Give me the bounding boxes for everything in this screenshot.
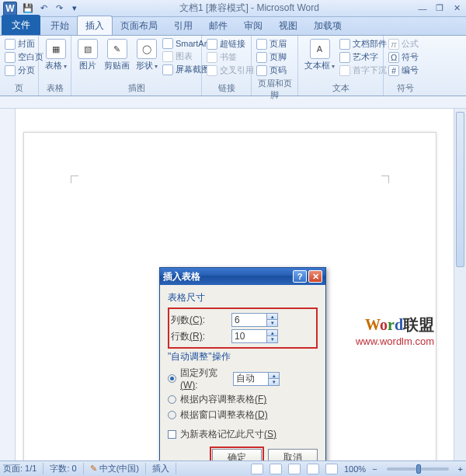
- dialog-title: 插入表格: [163, 270, 291, 283]
- word-app-icon: W: [3, 2, 17, 16]
- save-icon[interactable]: 💾: [21, 2, 35, 16]
- status-words[interactable]: 字数: 0: [50, 463, 83, 474]
- cols-value[interactable]: 6: [232, 314, 266, 325]
- picture-icon: ▧: [78, 39, 98, 59]
- tab-layout[interactable]: 页面布局: [112, 16, 166, 35]
- tab-mailings[interactable]: 邮件: [200, 16, 236, 35]
- group-text-title: 文本: [301, 82, 380, 96]
- rows-spinner[interactable]: 10 ▴▾: [231, 329, 278, 343]
- autofit-section-title: "自动调整"操作: [168, 350, 318, 363]
- radio-icon: [168, 411, 176, 419]
- fullscreen-view-button[interactable]: [270, 464, 282, 474]
- print-layout-view-button[interactable]: [251, 464, 263, 474]
- group-pages-title: 页: [3, 82, 35, 96]
- fixed-width-radio[interactable]: 固定列宽(W): 自动 ▴▾: [168, 367, 318, 391]
- vertical-ruler: [0, 109, 16, 460]
- tab-addins[interactable]: 加载项: [305, 16, 350, 35]
- dropcap-button[interactable]: 首字下沉: [338, 64, 388, 77]
- draft-view-button[interactable]: [325, 464, 338, 474]
- clipart-icon: ✎: [107, 39, 127, 59]
- cols-spinner[interactable]: 6 ▴▾: [231, 313, 278, 327]
- wordart-button[interactable]: 艺术字: [338, 50, 388, 64]
- tab-insert[interactable]: 插入: [77, 16, 113, 35]
- ok-button[interactable]: 确定: [212, 449, 262, 460]
- size-section-title: 表格尺寸: [168, 291, 318, 304]
- group-tables-title: 表格: [42, 82, 68, 96]
- rows-up-icon[interactable]: ▴: [266, 330, 277, 336]
- fit-content-radio[interactable]: 根据内容调整表格(F): [168, 393, 318, 406]
- tab-file[interactable]: 文件: [2, 15, 40, 35]
- table-button[interactable]: ▦ 表格: [42, 37, 70, 73]
- close-button[interactable]: ✕: [450, 3, 463, 13]
- tab-home[interactable]: 开始: [42, 16, 78, 35]
- horizontal-ruler: [0, 96, 466, 109]
- zoom-slider[interactable]: [387, 467, 449, 471]
- clipart-button[interactable]: ✎剪贴画: [101, 37, 133, 71]
- undo-icon[interactable]: ↶: [37, 2, 50, 16]
- group-headerfooter-title: 页眉和页脚: [255, 77, 294, 102]
- cols-label: 列数(C):: [171, 314, 231, 327]
- cols-down-icon[interactable]: ▾: [266, 320, 277, 326]
- textbox-icon: A: [310, 39, 330, 59]
- radio-icon: [168, 374, 176, 383]
- pagenum-button[interactable]: 页码: [255, 64, 288, 77]
- table-icon: ▦: [46, 39, 66, 59]
- picture-button[interactable]: ▧图片: [75, 37, 101, 71]
- web-layout-view-button[interactable]: [288, 464, 301, 474]
- footer-button[interactable]: 页脚: [255, 50, 288, 64]
- fit-window-radio[interactable]: 根据窗口调整表格(D): [168, 408, 318, 422]
- dialog-help-button[interactable]: ?: [293, 270, 307, 283]
- qat-customize-icon[interactable]: ▾: [68, 2, 82, 16]
- tab-view[interactable]: 视图: [270, 16, 306, 35]
- redo-icon[interactable]: ↷: [52, 2, 66, 16]
- group-symbols-title: 符号: [387, 82, 424, 96]
- bookmark-button[interactable]: 书签: [205, 50, 256, 64]
- checkbox-icon: [168, 430, 176, 439]
- zoom-out-button[interactable]: −: [372, 464, 377, 474]
- zoom-in-button[interactable]: +: [458, 464, 463, 474]
- status-mode[interactable]: 插入: [152, 463, 176, 474]
- watermark: Word联盟 www.wordlm.com: [356, 314, 434, 347]
- rows-value[interactable]: 10: [232, 331, 266, 342]
- window-title: 文档1 [兼容模式] - Microsoft Word: [82, 2, 416, 15]
- status-page[interactable]: 页面: 1/1: [3, 463, 43, 474]
- group-links-title: 链接: [205, 82, 248, 96]
- outline-view-button[interactable]: [307, 464, 319, 474]
- fixed-width-spinner[interactable]: 自动 ▴▾: [233, 372, 280, 386]
- dialog-close-button[interactable]: ✕: [308, 270, 322, 283]
- rows-label: 行数(R):: [171, 330, 231, 343]
- textbox-button[interactable]: A文本框: [301, 37, 338, 73]
- crossref-button[interactable]: 交叉引用: [205, 64, 256, 77]
- symbol-button[interactable]: Ω符号: [387, 50, 420, 64]
- group-illustrations-title: 插图: [75, 82, 198, 96]
- cols-up-icon[interactable]: ▴: [266, 314, 277, 320]
- tab-references[interactable]: 引用: [165, 16, 201, 35]
- number-button[interactable]: #编号: [387, 64, 420, 77]
- status-lang[interactable]: ✎中文(中国): [90, 463, 146, 474]
- quickparts-button[interactable]: 文档部件: [338, 37, 388, 50]
- shapes-icon: ◯: [137, 39, 157, 59]
- zoom-level[interactable]: 100%: [344, 464, 366, 474]
- shapes-button[interactable]: ◯形状: [133, 37, 161, 73]
- equation-button[interactable]: π公式: [387, 37, 420, 50]
- rows-down-icon[interactable]: ▾: [266, 336, 277, 342]
- tab-review[interactable]: 审阅: [235, 16, 271, 35]
- radio-icon: [168, 395, 176, 404]
- minimize-button[interactable]: —: [416, 4, 429, 13]
- remember-checkbox[interactable]: 为新表格记忆此尺寸(S): [168, 428, 318, 441]
- insert-table-dialog: 插入表格 ? ✕ 表格尺寸 列数(C): 6 ▴▾ 行数(R):: [159, 267, 326, 460]
- restore-button[interactable]: ❐: [433, 3, 446, 13]
- vertical-scrollbar[interactable]: [454, 109, 466, 460]
- cancel-button[interactable]: 取消: [268, 449, 318, 460]
- header-button[interactable]: 页眉: [255, 37, 288, 50]
- hyperlink-button[interactable]: 超链接: [205, 37, 256, 50]
